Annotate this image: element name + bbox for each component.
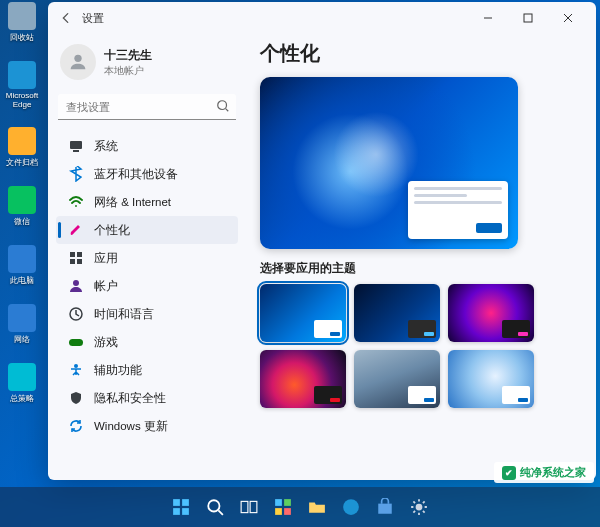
svg-rect-1 [524, 14, 532, 22]
theme-preview [260, 77, 518, 249]
minimize-button[interactable] [468, 4, 508, 32]
svg-rect-9 [70, 259, 75, 264]
sidebar-item-label: 游戏 [94, 335, 118, 350]
taskbar-store[interactable] [371, 493, 399, 521]
titlebar: 设置 [48, 2, 596, 34]
sidebar-item-label: 帐户 [94, 279, 118, 294]
sidebar-item-update[interactable]: Windows 更新 [56, 412, 238, 440]
watermark-text: 纯净系统之家 [520, 465, 586, 480]
brush-icon [68, 222, 84, 238]
maximize-button[interactable] [508, 4, 548, 32]
sidebar-item-accounts[interactable]: 帐户 [56, 272, 238, 300]
taskbar-edge[interactable] [337, 493, 365, 521]
sidebar-item-label: 系统 [94, 139, 118, 154]
theme-flower-dark[interactable] [260, 350, 346, 408]
bluetooth-icon [68, 166, 84, 182]
theme-dark-blue[interactable] [354, 284, 440, 342]
desktop-icon-总策略[interactable]: 总策略 [2, 363, 42, 404]
sidebar-item-label: 隐私和安全性 [94, 391, 166, 406]
game-icon [68, 334, 84, 350]
user-type: 本地帐户 [104, 64, 152, 78]
svg-rect-21 [241, 501, 248, 512]
sidebar-item-time[interactable]: 时间和语言 [56, 300, 238, 328]
user-account[interactable]: 十三先生 本地帐户 [56, 38, 238, 90]
search-icon [216, 99, 230, 117]
wifi-icon [68, 194, 84, 210]
desktop-icon-网络[interactable]: 网络 [2, 304, 42, 345]
shield-icon [68, 390, 84, 406]
settings-window: 设置 十三先生 本地帐户 系统蓝牙和其他设备网络 & Internet个性化应用… [48, 2, 596, 480]
theme-card-preview [314, 386, 342, 404]
user-name: 十三先生 [104, 47, 152, 64]
sidebar-item-personalization[interactable]: 个性化 [56, 216, 238, 244]
sidebar-item-system[interactable]: 系统 [56, 132, 238, 160]
svg-rect-10 [77, 259, 82, 264]
theme-card-preview [502, 386, 530, 404]
main-panel: 个性化 选择要应用的主题 [246, 34, 596, 480]
close-button[interactable] [548, 4, 588, 32]
preview-window-card [408, 181, 508, 239]
theme-grid [260, 284, 582, 408]
avatar-icon [60, 44, 96, 80]
svg-point-11 [73, 280, 79, 286]
sidebar-item-network[interactable]: 网络 & Internet [56, 188, 238, 216]
theme-light-blue[interactable] [260, 284, 346, 342]
svg-rect-22 [250, 501, 257, 512]
taskbar-search[interactable] [201, 493, 229, 521]
theme-card-preview [408, 386, 436, 404]
svg-rect-28 [378, 504, 392, 514]
taskbar-explorer[interactable] [303, 493, 331, 521]
sidebar-item-label: 应用 [94, 251, 118, 266]
sidebar-item-bluetooth[interactable]: 蓝牙和其他设备 [56, 160, 238, 188]
svg-rect-17 [173, 508, 180, 515]
svg-rect-23 [275, 499, 282, 506]
svg-line-20 [218, 510, 223, 515]
desktop-icon-Microsoft Edge[interactable]: Microsoft Edge [2, 61, 42, 109]
svg-rect-8 [77, 252, 82, 257]
sidebar-item-apps[interactable]: 应用 [56, 244, 238, 272]
svg-line-4 [226, 109, 229, 112]
svg-rect-5 [70, 141, 82, 149]
theme-grey-light[interactable] [354, 350, 440, 408]
theme-neon[interactable] [448, 284, 534, 342]
svg-rect-15 [173, 499, 180, 506]
clock-icon [68, 306, 84, 322]
taskbar-taskview[interactable] [235, 493, 263, 521]
svg-rect-18 [182, 508, 189, 515]
theme-swirl-light[interactable] [448, 350, 534, 408]
taskbar-settings[interactable] [405, 493, 433, 521]
grid-icon [68, 250, 84, 266]
watermark: ✔ 纯净系统之家 [494, 462, 594, 483]
desktop-icons: 回收站Microsoft Edge文件归档微信此电脑网络总策略 [2, 2, 46, 404]
svg-rect-7 [70, 252, 75, 257]
monitor-icon [68, 138, 84, 154]
svg-point-2 [74, 55, 81, 62]
taskbar-start[interactable] [167, 493, 195, 521]
desktop-icon-此电脑[interactable]: 此电脑 [2, 245, 42, 286]
sidebar-item-label: 时间和语言 [94, 307, 154, 322]
search-input[interactable] [58, 94, 236, 120]
back-button[interactable] [56, 8, 76, 28]
sidebar-item-accessibility[interactable]: 辅助功能 [56, 356, 238, 384]
sidebar-item-label: 辅助功能 [94, 363, 142, 378]
svg-rect-16 [182, 499, 189, 506]
desktop-icon-文件归档[interactable]: 文件归档 [2, 127, 42, 168]
desktop-icon-微信[interactable]: 微信 [2, 186, 42, 227]
svg-rect-26 [284, 508, 291, 515]
sidebar-item-gaming[interactable]: 游戏 [56, 328, 238, 356]
window-title: 设置 [82, 11, 104, 26]
svg-point-29 [416, 504, 423, 511]
preview-accent-button [476, 223, 502, 233]
person-icon [68, 278, 84, 294]
sidebar-item-label: 个性化 [94, 223, 130, 238]
theme-card-preview [408, 320, 436, 338]
svg-rect-6 [73, 150, 79, 152]
svg-point-19 [208, 500, 219, 511]
watermark-icon: ✔ [502, 466, 516, 480]
taskbar-widgets[interactable] [269, 493, 297, 521]
themes-section-label: 选择要应用的主题 [260, 261, 582, 276]
sidebar-item-privacy[interactable]: 隐私和安全性 [56, 384, 238, 412]
nav-list: 系统蓝牙和其他设备网络 & Internet个性化应用帐户时间和语言游戏辅助功能… [56, 132, 238, 440]
desktop-icon-回收站[interactable]: 回收站 [2, 2, 42, 43]
sync-icon [68, 418, 84, 434]
